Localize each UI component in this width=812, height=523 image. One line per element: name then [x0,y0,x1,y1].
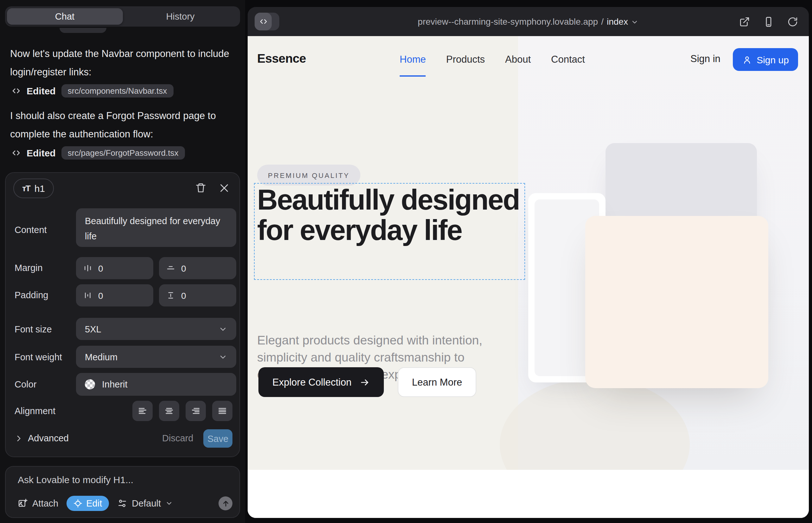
element-tag-label: h1 [35,183,45,194]
tab-chat[interactable]: Chat [7,8,123,25]
padding-y-input[interactable]: 0 [159,284,236,306]
code-icon [12,86,21,95]
assistant-message: Now let's update the Navbar component to… [10,44,236,81]
assistant-message: I should also create a Forgot Password p… [10,106,236,143]
margin-vertical-icon [166,264,175,273]
explore-collection-label: Explore Collection [272,376,352,388]
nav-link-contact[interactable]: Contact [551,54,585,65]
refresh-icon[interactable] [787,16,798,27]
font-size-label: Font size [15,324,52,334]
site-preview: Essence Home Products About Contact Sign… [248,36,809,518]
site-logo[interactable]: Essence [257,51,306,66]
browser-chrome: preview--charming-site-symphony.lovable.… [248,7,809,36]
explore-collection-button[interactable]: Explore Collection [259,367,384,397]
margin-label: Margin [15,263,43,273]
align-center-button[interactable] [159,401,179,421]
margin-y-value: 0 [181,263,186,273]
chat-input[interactable] [18,474,227,485]
padding-vertical-icon [166,291,175,300]
url-bar[interactable]: preview--charming-site-symphony.lovable.… [248,7,809,36]
align-right-button[interactable] [186,401,206,421]
preview-browser: preview--charming-site-symphony.lovable.… [248,7,809,518]
learn-more-button[interactable]: Learn More [398,367,476,397]
save-button[interactable]: Save [203,429,232,448]
open-external-icon[interactable] [739,16,750,27]
close-panel-button[interactable] [218,182,230,194]
padding-horizontal-icon [83,291,92,300]
discard-button[interactable]: Discard [162,433,193,443]
font-size-value: 5XL [85,324,101,334]
color-value: Inherit [102,379,128,390]
advanced-label: Advanced [28,433,69,443]
attach-label: Attach [32,498,58,508]
chevron-down-icon [631,18,639,26]
alignment-label: Alignment [15,406,55,416]
chevron-down-icon [165,500,173,507]
font-weight-select[interactable]: Medium [76,346,236,368]
attach-button[interactable]: Attach [18,498,58,508]
mode-label: Default [132,498,161,508]
font-weight-label: Font weight [15,352,62,362]
chevron-right-icon [15,434,23,442]
delete-element-button[interactable] [195,182,207,194]
align-justify-button[interactable] [212,401,232,421]
arrow-right-icon [360,377,370,387]
sign-up-label: Sign up [757,54,789,65]
content-label: Content [15,225,47,235]
user-icon [742,55,752,64]
margin-x-input[interactable]: 0 [76,257,153,279]
chat-history-tabbar: Chat History [5,6,240,26]
decorative-card-beige [585,216,768,388]
margin-y-input[interactable]: 0 [159,257,236,279]
padding-y-value: 0 [181,290,186,301]
image-plus-icon [18,498,28,508]
padding-x-input[interactable]: 0 [76,284,153,306]
color-label: Color [15,379,36,390]
lovable-app: Chat History Now let's update the Navbar… [0,0,812,523]
edited-file-row: Edited src/components/Navbar.tsx [12,83,173,98]
color-select[interactable]: Inherit [76,373,236,396]
chat-sidebar: Chat History Now let's update the Navbar… [0,0,245,523]
target-icon [73,499,82,508]
font-size-select[interactable]: 5XL [76,318,236,340]
site-navbar: Essence Home Products About Contact Sign… [248,36,809,83]
edit-label: Edit [86,498,102,508]
edited-label: Edited [27,147,56,158]
nav-link-products[interactable]: Products [446,54,485,65]
font-weight-value: Medium [85,352,118,362]
next-section [248,470,809,518]
url-domain: preview--charming-site-symphony.lovable.… [418,16,598,26]
editor-footer: Advanced Discard Save [6,428,240,451]
sign-up-button[interactable]: Sign up [733,48,798,71]
padding-label: Padding [15,290,48,300]
chevron-down-icon [218,353,227,361]
composer-toolbar: Attach Edit Default [18,495,232,511]
sliders-icon [117,498,127,508]
tab-history[interactable]: History [123,8,238,25]
chrome-actions [739,7,798,36]
model-mode-select[interactable]: Default [117,498,173,508]
hero-heading[interactable]: Beautifully designed for everyday life [257,185,526,246]
color-swatch-icon [85,379,95,390]
code-icon [12,148,21,157]
content-textarea[interactable]: Beautifully designed for everyday life [76,208,236,247]
advanced-toggle[interactable]: Advanced [15,433,69,443]
sign-in-link[interactable]: Sign in [690,53,721,65]
premium-badge: PREMIUM QUALITY [257,165,360,185]
mobile-view-icon[interactable] [763,16,774,27]
nav-link-about[interactable]: About [505,54,531,65]
alignment-button-group [133,401,232,421]
edited-file-chip[interactable]: src/pages/ForgotPassword.tsx [61,146,185,159]
text-type-icon: тT [22,184,30,193]
align-left-button[interactable] [133,401,153,421]
edit-mode-button[interactable]: Edit [67,496,109,511]
edited-file-chip[interactable]: src/components/Navbar.tsx [61,84,174,97]
send-button[interactable] [218,497,232,510]
padding-x-value: 0 [98,290,103,301]
chevron-down-icon [218,325,227,333]
nav-link-home[interactable]: Home [400,54,426,65]
scrolled-chip-sliver [59,28,106,33]
margin-x-value: 0 [98,263,103,273]
url-separator: / [601,16,604,26]
selected-element-tag[interactable]: тT h1 [13,179,54,198]
